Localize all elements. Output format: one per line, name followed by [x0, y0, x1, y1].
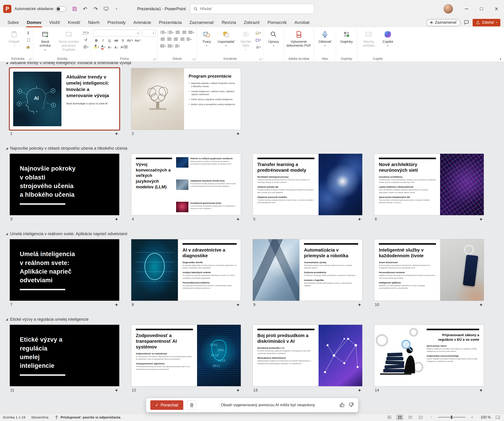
undo-button[interactable]: ↶	[80, 4, 90, 14]
section-header[interactable]: Najnovšie pokroky v oblasti strojového u…	[6, 146, 504, 151]
justify-button[interactable]	[179, 36, 186, 42]
section-header[interactable]: Etické výzvy a regulácia umelej intelige…	[6, 317, 504, 322]
customize-qat-button[interactable]: ▾	[112, 4, 121, 14]
new-slide-button[interactable]: Nová snímka ▾	[35, 29, 55, 51]
text-direction-button[interactable]: ▾	[160, 43, 167, 49]
animation-star-icon[interactable]	[236, 132, 240, 135]
accessibility-status[interactable]: Prístupnosť: pozrite si odporúčania	[54, 415, 120, 419]
shape-effects-button[interactable]: ▾	[255, 44, 261, 50]
slide-thumbnail[interactable]: Automatizácia v priemysle a robotikaAuto…	[252, 239, 362, 301]
slideshow-view-button[interactable]: ▸	[417, 415, 424, 420]
animation-star-icon[interactable]	[480, 218, 483, 221]
slide-thumbnail[interactable]: AI v zdravotníctve a diagnostikeDiagnost…	[131, 239, 241, 301]
slide-thumbnail[interactable]: Boj proti predsudkom a diskriminácii v A…	[252, 325, 362, 386]
designer-button[interactable]: Návrhy vzhľadu	[359, 29, 378, 48]
ribbon-tab-acrobat[interactable]: Acrobat	[291, 18, 313, 27]
record-button[interactable]: Zaznamenať	[426, 19, 460, 26]
animation-star-icon[interactable]	[115, 132, 118, 135]
minimize-button[interactable]	[459, 0, 474, 18]
slide-thumbnail[interactable]: Umelá inteligencia v reálnom svete: Apli…	[10, 239, 120, 301]
autosave-toggle[interactable]	[56, 6, 66, 12]
font-name-combo[interactable]	[93, 30, 140, 36]
underline-button[interactable]: U	[107, 37, 113, 43]
slide-thumbnail[interactable]: Inteligentné služby v každodennom živote…	[374, 239, 484, 301]
slide-thumbnail[interactable]: Transfer learning a predtrénované modely…	[252, 154, 362, 215]
columns-button[interactable]: ▾	[186, 36, 192, 42]
section-header[interactable]: Aktuálne trendy v umelej inteligencii: I…	[6, 62, 504, 65]
highlight-color-button[interactable]: ▾	[93, 44, 100, 50]
italic-button[interactable]: I	[100, 37, 106, 43]
ribbon-tab-kresliť[interactable]: Kresliť	[64, 18, 84, 27]
ribbon-tab-prechody[interactable]: Prechody	[103, 18, 129, 27]
animation-star-icon[interactable]	[358, 218, 361, 221]
section-header[interactable]: Umelá inteligencia v reálnom svete: Apli…	[6, 231, 504, 236]
animation-star-icon[interactable]	[358, 303, 361, 306]
addins-button[interactable]: Doplnky	[338, 29, 355, 44]
discard-button[interactable]	[187, 400, 197, 410]
redo-button[interactable]: ↷	[91, 4, 100, 14]
font-dialog-launcher[interactable]	[154, 58, 156, 60]
animation-star-icon[interactable]	[115, 389, 118, 392]
close-button[interactable]: ×	[489, 0, 504, 18]
ribbon-tab-súbor[interactable]: Súbor	[4, 18, 23, 27]
animation-star-icon[interactable]	[236, 389, 240, 392]
clear-formatting-button[interactable]: A⌫	[120, 44, 128, 50]
section-button[interactable]: ▾	[82, 44, 90, 50]
language-indicator[interactable]: Slovenčina	[31, 415, 48, 419]
ribbon-tab-návrh[interactable]: Návrh	[84, 18, 103, 27]
smartart-convert-button[interactable]: ▾	[174, 43, 181, 49]
slide-thumbnail[interactable]: Zodpovednosť a transparentnosť AI systém…	[131, 325, 241, 386]
new-slide-copilot-button[interactable]: Nová snímka pomocou Copilota	[56, 29, 81, 52]
slide-layout-button[interactable]: ▾	[82, 30, 90, 36]
slide-thumbnail[interactable]: Etické výzvy a regulácia umelej intelige…	[10, 325, 120, 386]
search-box[interactable]	[190, 4, 314, 14]
animation-star-icon[interactable]	[480, 303, 483, 306]
increase-indent-button[interactable]	[181, 30, 187, 36]
bullets-button[interactable]: ▾	[160, 30, 167, 36]
animation-star-icon[interactable]	[358, 389, 361, 392]
reading-view-button[interactable]	[407, 415, 414, 420]
font-size-combo[interactable]	[142, 30, 156, 36]
slide-sorter-view-button[interactable]	[396, 415, 403, 420]
create-pdf-button[interactable]: PDF Vytvorenie dokumentu PDF	[286, 29, 312, 48]
animation-star-icon[interactable]	[480, 389, 483, 392]
start-slideshow-button[interactable]	[101, 4, 111, 14]
ribbon-tab-prezentácia[interactable]: Prezentácia	[155, 18, 186, 27]
font-color-button[interactable]: A▾	[100, 44, 106, 50]
ribbon-tab-revízia[interactable]: Revízia	[218, 18, 240, 27]
increase-font-button[interactable]: A↑	[107, 44, 113, 50]
clipboard-dialog-launcher[interactable]	[29, 58, 32, 60]
paste-button[interactable]: Prilepiť ▾	[4, 29, 24, 47]
copy-button[interactable]	[25, 37, 31, 43]
decrease-font-button[interactable]: A↓	[113, 44, 120, 50]
save-button[interactable]	[70, 4, 79, 14]
comments-button[interactable]	[463, 19, 469, 26]
bold-button[interactable]: B	[93, 37, 99, 43]
share-button[interactable]: Zdieľať ▾	[473, 19, 500, 26]
slide-thumbnail[interactable]: Vývoj konverzačných a veľkých jazykových…	[131, 154, 241, 215]
shape-outline-button[interactable]: ▾	[255, 37, 261, 43]
slide-thumbnail[interactable]: Najnovšie pokroky v oblas­ti strojového …	[10, 154, 120, 215]
slide-thumbnail[interactable]: AI Aktuálne trendy v umelej inteligencii…	[10, 68, 120, 130]
ribbon-tab-vložiť[interactable]: Vložiť	[45, 18, 64, 27]
reset-slide-button[interactable]: ↺	[82, 37, 90, 43]
align-left-button[interactable]	[160, 36, 166, 42]
numbering-button[interactable]: ▾	[167, 30, 174, 36]
ribbon-tab-domov[interactable]: Domov	[23, 18, 45, 27]
change-case-button[interactable]: Aa▾	[134, 37, 141, 43]
align-right-button[interactable]	[173, 36, 179, 42]
animation-star-icon[interactable]	[236, 303, 240, 306]
normal-view-button[interactable]	[386, 415, 393, 420]
ribbon-tab-zobraziť[interactable]: Zobraziť	[240, 18, 264, 27]
paragraph-dialog-launcher[interactable]	[193, 58, 196, 60]
shape-fill-button[interactable]: ▾	[255, 30, 261, 36]
thumbs-down-button[interactable]	[348, 402, 354, 409]
line-spacing-button[interactable]: ▾	[188, 30, 195, 36]
arrange-button[interactable]: Usporiadať ▾	[216, 29, 236, 47]
quick-styles-button[interactable]: A Rýchle štýly ▾	[237, 29, 254, 51]
maximize-button[interactable]	[474, 0, 489, 18]
drawing-dialog-launcher[interactable]	[260, 58, 262, 60]
animation-star-icon[interactable]	[115, 218, 118, 221]
text-shadow-button[interactable]: S	[120, 37, 126, 43]
fit-to-window-button[interactable]	[494, 415, 501, 420]
